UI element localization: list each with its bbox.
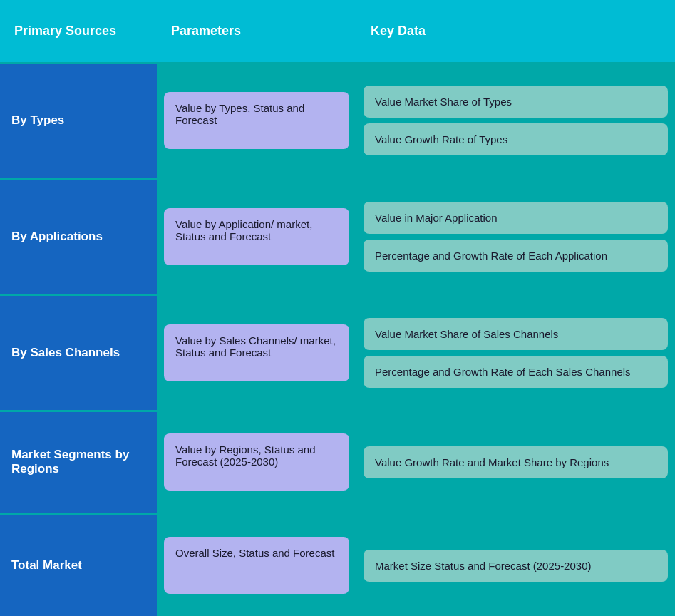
keydata-cell-market-segments: Value Growth Rate and Market Share by Re… xyxy=(356,410,675,513)
primary-label-by-applications: By Applications xyxy=(11,230,103,244)
params-cell-by-types: Value by Types, Status and Forecast xyxy=(157,62,356,178)
keydata-text-by-applications-1: Value in Major Application xyxy=(375,212,498,224)
keydata-text-total-market-1: Market Size Status and Forecast (2025-20… xyxy=(375,560,592,572)
params-cell-market-segments: Value by Regions, Status and Forecast (2… xyxy=(157,410,356,513)
header-primary-sources: Primary Sources xyxy=(0,0,157,62)
keydata-cell-by-sales-channels: Value Market Share of Sales Channels Per… xyxy=(356,294,675,410)
keydata-box-by-types-2: Value Growth Rate of Types xyxy=(364,123,668,155)
primary-label-market-segments: Market Segments by Regions xyxy=(11,448,145,476)
params-text-total-market: Overall Size, Status and Forecast xyxy=(175,547,334,559)
keydata-text-by-applications-2: Percentage and Growth Rate of Each Appli… xyxy=(375,250,607,262)
keydata-cell-by-types: Value Market Share of Types Value Growth… xyxy=(356,62,675,178)
primary-label-total-market: Total Market xyxy=(11,558,82,573)
primary-cell-market-segments: Market Segments by Regions xyxy=(0,410,157,513)
keydata-box-by-sales-channels-2: Percentage and Growth Rate of Each Sales… xyxy=(364,356,668,388)
keydata-box-by-sales-channels-1: Value Market Share of Sales Channels xyxy=(364,318,668,350)
primary-label-by-types: By Types xyxy=(11,113,64,128)
primary-cell-by-sales-channels: By Sales Channels xyxy=(0,294,157,410)
params-text-by-sales-channels: Value by Sales Channels/ market, Status … xyxy=(175,334,336,359)
params-cell-by-sales-channels: Value by Sales Channels/ market, Status … xyxy=(157,294,356,410)
keydata-text-by-sales-channels-1: Value Market Share of Sales Channels xyxy=(375,328,558,340)
keydata-cell-total-market: Market Size Status and Forecast (2025-20… xyxy=(356,513,675,616)
primary-cell-by-applications: By Applications xyxy=(0,178,157,294)
primary-cell-by-types: By Types xyxy=(0,62,157,178)
keydata-box-market-segments-1: Value Growth Rate and Market Share by Re… xyxy=(364,446,668,478)
keydata-text-market-segments-1: Value Growth Rate and Market Share by Re… xyxy=(375,456,609,468)
header-col3-label: Key Data xyxy=(371,24,426,38)
params-box-by-applications: Value by Application/ market, Status and… xyxy=(164,208,349,265)
header-key-data: Key Data xyxy=(356,0,675,62)
params-box-by-types: Value by Types, Status and Forecast xyxy=(164,92,349,149)
header-parameters: Parameters xyxy=(157,0,356,62)
keydata-cell-by-applications: Value in Major Application Percentage an… xyxy=(356,178,675,294)
keydata-text-by-types-1: Value Market Share of Types xyxy=(375,96,512,108)
market-table: Primary Sources Parameters Key Data By T… xyxy=(0,0,675,616)
keydata-box-by-applications-2: Percentage and Growth Rate of Each Appli… xyxy=(364,240,668,272)
params-text-by-types: Value by Types, Status and Forecast xyxy=(175,102,304,126)
params-box-total-market: Overall Size, Status and Forecast xyxy=(164,537,349,594)
params-box-market-segments: Value by Regions, Status and Forecast (2… xyxy=(164,433,349,491)
keydata-box-by-types-1: Value Market Share of Types xyxy=(364,86,668,118)
header-col2-label: Parameters xyxy=(171,24,241,38)
keydata-text-by-sales-channels-2: Percentage and Growth Rate of Each Sales… xyxy=(375,366,631,378)
primary-label-by-sales-channels: By Sales Channels xyxy=(11,346,120,360)
primary-cell-total-market: Total Market xyxy=(0,513,157,616)
keydata-text-by-types-2: Value Growth Rate of Types xyxy=(375,133,507,145)
params-text-by-applications: Value by Application/ market, Status and… xyxy=(175,218,312,242)
params-box-by-sales-channels: Value by Sales Channels/ market, Status … xyxy=(164,324,349,381)
params-text-market-segments: Value by Regions, Status and Forecast (2… xyxy=(175,443,316,468)
params-cell-total-market: Overall Size, Status and Forecast xyxy=(157,513,356,616)
header-col1-label: Primary Sources xyxy=(14,24,116,38)
keydata-box-total-market-1: Market Size Status and Forecast (2025-20… xyxy=(364,550,668,582)
params-cell-by-applications: Value by Application/ market, Status and… xyxy=(157,178,356,294)
keydata-box-by-applications-1: Value in Major Application xyxy=(364,202,668,234)
